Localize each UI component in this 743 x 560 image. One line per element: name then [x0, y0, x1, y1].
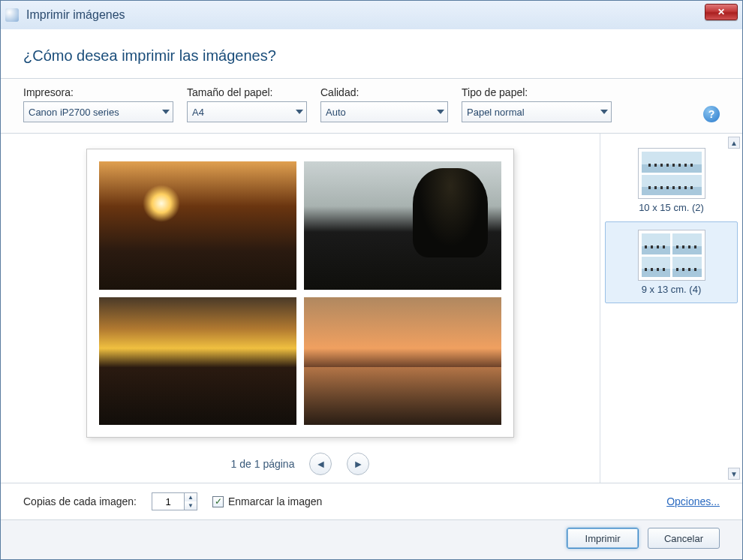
page-heading: ¿Cómo desea imprimir las imágenes? [1, 29, 742, 78]
window-title: Imprimir imágenes [26, 8, 125, 22]
triangle-left-icon: ◄ [315, 458, 326, 470]
layout-template-item[interactable]: 9 x 13 cm. (4) [605, 221, 738, 303]
paper-size-label: Tamaño del papel: [187, 86, 307, 98]
paper-size-group: Tamaño del papel: A4 [187, 86, 307, 122]
copies-input[interactable] [152, 493, 184, 510]
printer-value: Canon iP2700 series [29, 107, 119, 118]
chevron-down-icon [600, 110, 608, 114]
action-bar: Imprimir Cancelar [1, 519, 742, 559]
print-options-bar: Impresora: Canon iP2700 series Tamaño de… [1, 78, 742, 134]
quality-group: Calidad: Auto [320, 86, 448, 122]
fit-frame-label: Enmarcar la imagen [228, 495, 322, 507]
paper-type-label: Tipo de papel: [462, 86, 612, 98]
paper-size-combobox[interactable]: A4 [187, 101, 307, 122]
titlebar: Imprimir imágenes ✕ [1, 1, 742, 29]
layout-template-label: 10 x 15 cm. (2) [639, 202, 704, 213]
quality-label: Calidad: [320, 86, 448, 98]
quality-combobox[interactable]: Auto [320, 101, 448, 122]
close-icon: ✕ [717, 7, 725, 17]
chevron-down-icon [296, 110, 303, 114]
preview-pane: 1 de 1 página ◄ ► [1, 134, 600, 483]
help-icon[interactable]: ? [703, 106, 720, 122]
cancel-button[interactable]: Cancelar [648, 528, 720, 549]
printer-combobox[interactable]: Canon iP2700 series [23, 101, 173, 122]
triangle-right-icon: ► [353, 458, 363, 470]
scroll-down-button[interactable]: ▼ [728, 468, 740, 480]
fit-frame-checkbox[interactable]: ✓ [212, 496, 224, 507]
print-pictures-dialog: Imprimir imágenes ✕ ¿Cómo desea imprimir… [0, 0, 743, 560]
bottom-bar: Copias de cada imagen: ▲ ▼ ✓ Enmarcar la… [1, 483, 742, 519]
main-area: 1 de 1 página ◄ ► ▲ 10 x 15 cm. (2)9 x 1… [1, 134, 742, 483]
paper-size-value: A4 [192, 107, 204, 118]
close-button[interactable]: ✕ [705, 4, 738, 20]
pager: 1 de 1 página ◄ ► [231, 453, 370, 475]
print-button[interactable]: Imprimir [567, 528, 639, 549]
photo-thumbnail [99, 161, 296, 290]
photo-thumbnail [304, 297, 501, 426]
photo-thumbnail [99, 297, 296, 426]
pager-text: 1 de 1 página [231, 458, 295, 470]
scroll-up-button[interactable]: ▲ [728, 137, 740, 149]
quality-value: Auto [326, 107, 346, 118]
copies-spinner[interactable]: ▲ ▼ [152, 492, 197, 510]
chevron-down-icon [437, 110, 444, 114]
copies-down-button[interactable]: ▼ [185, 501, 197, 510]
paper-type-combobox[interactable]: Papel normal [462, 101, 612, 122]
copies-up-button[interactable]: ▲ [185, 493, 197, 501]
chevron-down-icon [162, 110, 170, 114]
layout-template-icon [638, 148, 705, 199]
paper-type-value: Papel normal [467, 107, 525, 118]
prev-page-button[interactable]: ◄ [309, 453, 332, 475]
layout-template-icon [638, 230, 705, 281]
layout-template-label: 9 x 13 cm. (4) [642, 284, 701, 295]
app-icon [5, 8, 19, 22]
printer-label: Impresora: [23, 86, 173, 98]
page-preview [86, 149, 514, 438]
options-link[interactable]: Opciones... [666, 495, 720, 507]
layout-template-pane: ▲ 10 x 15 cm. (2)9 x 13 cm. (4) ▼ [600, 134, 742, 483]
printer-group: Impresora: Canon iP2700 series [23, 86, 173, 122]
photo-thumbnail [304, 161, 501, 290]
layout-template-item[interactable]: 10 x 15 cm. (2) [605, 140, 738, 221]
copies-label: Copias de cada imagen: [23, 495, 137, 507]
next-page-button[interactable]: ► [347, 453, 369, 475]
paper-type-group: Tipo de papel: Papel normal [462, 86, 612, 122]
